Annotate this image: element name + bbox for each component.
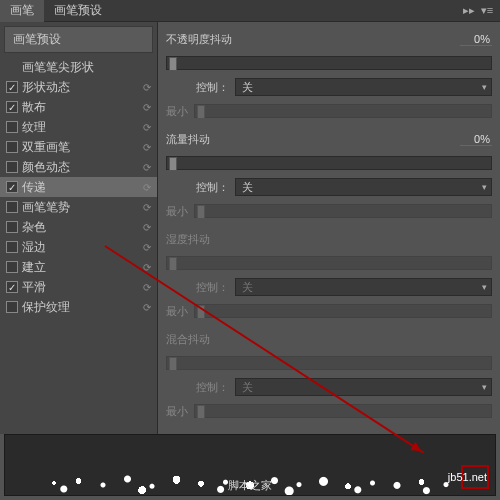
option-label: 颜色动态 [22, 159, 139, 176]
sidebar-option-7[interactable]: 画笔笔势⟳ [0, 197, 157, 217]
mix-min-label: 最小 [166, 404, 188, 419]
wet-min-slider [194, 304, 492, 318]
flow-jitter-label: 流量抖动 [166, 132, 210, 147]
sidebar-option-1[interactable]: 形状动态⟳ [0, 77, 157, 97]
option-checkbox[interactable] [6, 301, 18, 313]
flow-min-slider [194, 204, 492, 218]
collapse-icon[interactable]: ▸▸ [462, 4, 476, 18]
control-label-4: 控制： [196, 380, 229, 395]
wet-jitter-slider [166, 256, 492, 270]
lock-icon[interactable]: ⟳ [143, 282, 153, 293]
opacity-jitter-label: 不透明度抖动 [166, 32, 232, 47]
wet-control-dropdown: 关 [235, 278, 492, 296]
opacity-min-slider [194, 104, 492, 118]
brush-preset-button[interactable]: 画笔预设 [4, 26, 153, 53]
sidebar-option-10[interactable]: 建立⟳ [0, 257, 157, 277]
brush-preview: jb51.net 脚本之家 [4, 434, 496, 496]
brush-options-sidebar: 画笔预设 画笔笔尖形状形状动态⟳散布⟳纹理⟳双重画笔⟳颜色动态⟳传递⟳画笔笔势⟳… [0, 22, 158, 434]
tab-brush-preset[interactable]: 画笔预设 [44, 0, 112, 22]
panel-tabs: 画笔 画笔预设 ▸▸ ▾≡ [0, 0, 500, 22]
flow-jitter-value[interactable]: 0% [460, 133, 492, 146]
lock-icon[interactable]: ⟳ [143, 82, 153, 93]
control-label-3: 控制： [196, 280, 229, 295]
option-checkbox[interactable] [6, 261, 18, 273]
sidebar-option-0[interactable]: 画笔笔尖形状 [0, 57, 157, 77]
lock-icon[interactable]: ⟳ [143, 222, 153, 233]
lock-icon[interactable]: ⟳ [143, 142, 153, 153]
sidebar-option-6[interactable]: 传递⟳ [0, 177, 157, 197]
option-label: 湿边 [22, 239, 139, 256]
sidebar-option-9[interactable]: 湿边⟳ [0, 237, 157, 257]
wet-jitter-label: 湿度抖动 [166, 232, 210, 247]
lock-icon[interactable]: ⟳ [143, 302, 153, 313]
lock-icon[interactable]: ⟳ [143, 202, 153, 213]
mix-control-dropdown: 关 [235, 378, 492, 396]
option-label: 纹理 [22, 119, 139, 136]
wet-min-label: 最小 [166, 304, 188, 319]
option-label: 形状动态 [22, 79, 139, 96]
transfer-settings: 不透明度抖动 0% 控制： 关 最小 流量抖动 0% [158, 22, 500, 434]
option-label: 杂色 [22, 219, 139, 236]
option-label: 平滑 [22, 279, 139, 296]
sidebar-option-4[interactable]: 双重画笔⟳ [0, 137, 157, 157]
opacity-jitter-slider[interactable] [166, 56, 492, 70]
option-checkbox[interactable] [6, 101, 18, 113]
option-label: 双重画笔 [22, 139, 139, 156]
option-checkbox[interactable] [6, 181, 18, 193]
watermark-text: jb51.net [448, 471, 487, 483]
option-checkbox[interactable] [6, 81, 18, 93]
menu-icon[interactable]: ▾≡ [480, 4, 494, 18]
option-checkbox[interactable] [6, 281, 18, 293]
option-checkbox[interactable] [6, 201, 18, 213]
option-label: 画笔笔势 [22, 199, 139, 216]
option-label: 传递 [22, 179, 139, 196]
option-label: 散布 [22, 99, 139, 116]
tab-brush[interactable]: 画笔 [0, 0, 44, 22]
sidebar-option-3[interactable]: 纹理⟳ [0, 117, 157, 137]
option-label: 保护纹理 [22, 299, 139, 316]
sidebar-option-12[interactable]: 保护纹理⟳ [0, 297, 157, 317]
lock-icon[interactable]: ⟳ [143, 242, 153, 253]
option-checkbox[interactable] [6, 241, 18, 253]
opacity-control-dropdown[interactable]: 关 [235, 78, 492, 96]
mix-jitter-label: 混合抖动 [166, 332, 210, 347]
sidebar-option-2[interactable]: 散布⟳ [0, 97, 157, 117]
control-label-2: 控制： [196, 180, 229, 195]
flow-jitter-slider[interactable] [166, 156, 492, 170]
lock-icon[interactable]: ⟳ [143, 102, 153, 113]
flow-control-dropdown[interactable]: 关 [235, 178, 492, 196]
lock-icon[interactable]: ⟳ [143, 162, 153, 173]
mix-min-slider [194, 404, 492, 418]
source-text: 脚本之家 [228, 478, 272, 493]
option-checkbox [6, 61, 18, 73]
opacity-min-label: 最小 [166, 104, 188, 119]
mix-jitter-slider [166, 356, 492, 370]
sidebar-option-8[interactable]: 杂色⟳ [0, 217, 157, 237]
option-checkbox[interactable] [6, 221, 18, 233]
lock-icon[interactable]: ⟳ [143, 262, 153, 273]
lock-icon[interactable]: ⟳ [143, 122, 153, 133]
lock-icon[interactable]: ⟳ [143, 182, 153, 193]
option-checkbox[interactable] [6, 141, 18, 153]
sidebar-option-5[interactable]: 颜色动态⟳ [0, 157, 157, 177]
sidebar-option-11[interactable]: 平滑⟳ [0, 277, 157, 297]
flow-min-label: 最小 [166, 204, 188, 219]
control-label-1: 控制： [196, 80, 229, 95]
opacity-jitter-value[interactable]: 0% [460, 33, 492, 46]
option-checkbox[interactable] [6, 121, 18, 133]
option-label: 画笔笔尖形状 [22, 59, 139, 76]
option-checkbox[interactable] [6, 161, 18, 173]
option-label: 建立 [22, 259, 139, 276]
